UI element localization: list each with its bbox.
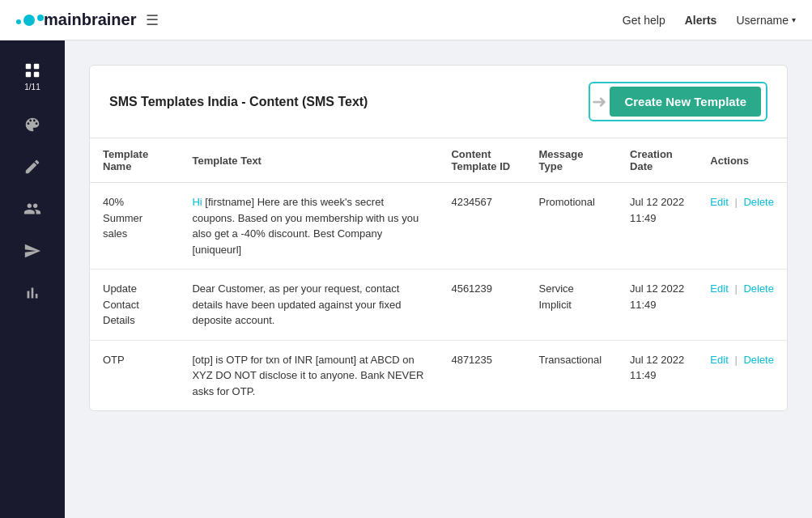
cell-creation-date: Jul 12 2022 11:49 [617,183,697,270]
action-separator: | [732,196,741,208]
main-content: SMS Templates India - Content (SMS Text)… [65,40,812,518]
cell-template-text: Hi [firstname] Here are this week's secr… [179,183,438,270]
grid-icon [23,62,41,79]
delete-button[interactable]: Delete [743,196,774,208]
cell-content-template-id: 4561239 [438,270,525,341]
table-row: 40% Summer salesHi [firstname] Here are … [90,183,787,270]
delete-button[interactable]: Delete [743,282,774,295]
cell-message-type: Transactional [526,340,618,410]
col-template-name: Template Name [90,138,179,183]
text-highlight: Hi [192,196,202,208]
col-content-template-id: Content Template ID [438,138,525,183]
card-header: SMS Templates India - Content (SMS Text)… [90,66,787,138]
cell-template-text: Dear Customer, as per your request, cont… [179,270,438,341]
cell-template-name: OTP [90,340,179,410]
svg-rect-0 [26,64,31,69]
cell-message-type: Service Implicit [526,270,618,341]
action-separator: | [732,282,741,295]
cell-creation-date: Jul 12 2022 11:49 [617,340,697,410]
sidebar-item-send[interactable] [0,234,65,268]
col-creation-date: Creation Date [617,138,697,183]
svg-rect-2 [26,72,31,77]
cell-creation-date: Jul 12 2022 11:49 [617,270,697,341]
user-menu[interactable]: Username ▾ [736,14,796,27]
edit-button[interactable]: Edit [710,196,728,208]
sidebar-item-palette[interactable] [0,108,65,142]
delete-button[interactable]: Delete [743,354,774,366]
table-row: Update Contact DetailsDear Customer, as … [90,270,787,341]
card-title: SMS Templates India - Content (SMS Text) [109,95,368,109]
sidebar: 1/11 [0,40,65,518]
chart-icon [23,284,41,302]
sidebar-item-users[interactable] [0,192,65,226]
top-navigation: mainbrainer ☰ Get help Alerts Username ▾ [0,0,812,40]
username-label: Username [736,14,789,27]
get-help-link[interactable]: Get help [623,14,665,27]
sidebar-item-edit[interactable] [0,150,65,184]
users-icon [23,200,41,218]
cell-content-template-id: 4871235 [438,340,525,410]
cell-actions: Edit | Delete [697,183,787,270]
logo-dot-small [37,15,44,21]
arrow-right-icon: ➜ [592,91,606,113]
sidebar-dashboard-label: 1/11 [24,83,40,91]
chevron-down-icon: ▾ [792,15,796,24]
table-row: OTP[otp] is OTP for txn of INR [amount] … [90,340,787,410]
action-separator: | [732,354,741,366]
topnav-right: Get help Alerts Username ▾ [623,14,796,27]
palette-icon [23,116,41,134]
hamburger-menu[interactable]: ☰ [146,11,159,29]
cell-actions: Edit | Delete [697,270,787,341]
cell-template-name: 40% Summer sales [90,183,179,270]
edit-button[interactable]: Edit [710,354,728,366]
edit-icon [23,158,41,176]
logo-dot [16,19,21,24]
sidebar-item-chart[interactable] [0,276,65,310]
cell-template-name: Update Contact Details [90,270,179,341]
col-template-text: Template Text [179,138,438,183]
create-new-template-button[interactable]: Create New Template [610,87,761,117]
send-icon [23,242,41,260]
svg-rect-1 [34,64,39,69]
svg-rect-3 [34,72,39,77]
cell-message-type: Promotional [526,183,618,270]
cell-actions: Edit | Delete [697,340,787,410]
table-header-row: Template Name Template Text Content Temp… [90,138,787,183]
layout: 1/11 [0,40,812,518]
templates-table: Template Name Template Text Content Temp… [90,138,787,410]
sidebar-item-dashboard[interactable]: 1/11 [0,53,65,100]
edit-button[interactable]: Edit [710,282,728,295]
cell-content-template-id: 4234567 [438,183,525,270]
logo-dots [16,15,44,26]
sms-templates-card: SMS Templates India - Content (SMS Text)… [89,65,788,411]
col-actions: Actions [697,138,787,183]
create-button-wrapper: ➜ Create New Template [589,82,767,121]
templates-table-wrap: Template Name Template Text Content Temp… [90,138,787,410]
cell-template-text: [otp] is OTP for txn of INR [amount] at … [179,340,438,410]
logo-dot-main [23,15,35,26]
alerts-link[interactable]: Alerts [685,14,717,27]
brand-name: mainbrainer [44,11,136,29]
col-message-type: Message Type [526,138,618,183]
